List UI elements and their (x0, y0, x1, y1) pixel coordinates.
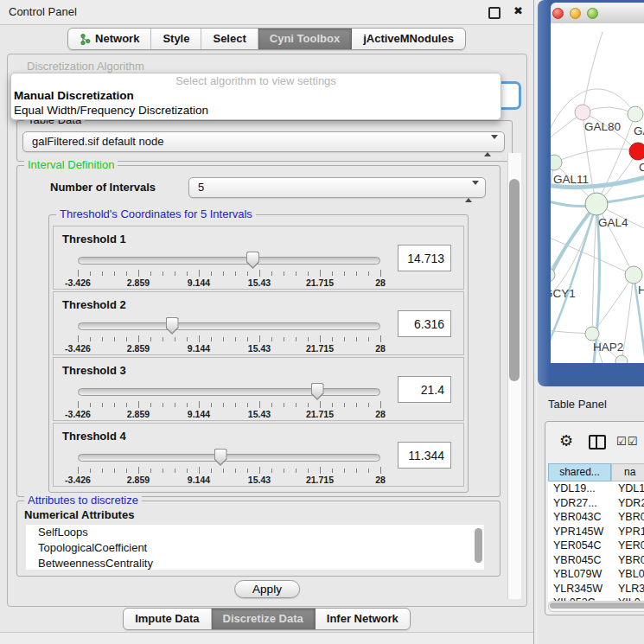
slider-track[interactable] (78, 257, 380, 265)
split-columns-icon[interactable] (589, 435, 606, 450)
tick-mark (211, 337, 212, 341)
column-header-2[interactable]: na (611, 463, 644, 481)
slider-thumb[interactable] (311, 383, 324, 400)
cell-name[interactable]: YBR0 (611, 553, 644, 568)
network-node[interactable] (615, 355, 628, 363)
bottom-tab-impute-data[interactable]: Impute Data (124, 609, 211, 629)
network-node[interactable] (625, 266, 642, 284)
attribute-list-item[interactable]: BetweennessCentrality (26, 556, 484, 570)
tick-mark (199, 401, 200, 408)
zoom-traffic-light-icon[interactable] (587, 8, 598, 19)
threshold-value-field[interactable] (398, 310, 451, 337)
table-header-row: shared...na (548, 463, 644, 481)
panel-scrollbar-thumb[interactable] (509, 179, 520, 381)
cell-name[interactable]: YBR0 (611, 510, 644, 525)
slider-tick-labels: -3.4262.8599.14415.4321.71528 (78, 409, 380, 419)
tick-mark (90, 469, 91, 473)
cell-name[interactable]: YPR1 (611, 525, 644, 539)
algorithm-prompt-option[interactable]: Select algorithm to view settings (11, 73, 501, 88)
slider-track[interactable] (78, 454, 380, 462)
cell-shared-name[interactable]: YPR145W (548, 525, 611, 539)
cell-shared-name[interactable]: YBR043C (548, 510, 611, 525)
tab-network[interactable]: Network (68, 29, 151, 49)
threshold-slider[interactable]: -3.4262.8599.14415.4321.71528 (78, 382, 380, 418)
control-panel-titlebar: Control Panel ✖ (0, 0, 533, 25)
network-node[interactable] (629, 143, 644, 160)
close-icon[interactable]: ✖ (513, 4, 523, 17)
tick-label: -3.426 (65, 409, 91, 419)
close-traffic-light-icon[interactable] (552, 8, 564, 19)
tick-mark (138, 401, 139, 408)
threshold-value-field[interactable] (398, 245, 451, 271)
tab-select[interactable]: Select (201, 29, 258, 49)
table-row[interactable]: YDR27...YDR2 (548, 496, 644, 511)
tab-jactivemnodules[interactable]: jActiveMNodules (352, 29, 465, 49)
tick-mark (114, 403, 115, 407)
discretization-algorithm-label: Discretization Algorithm (27, 60, 144, 73)
table-row[interactable]: YDL19...YDL1 (548, 481, 644, 496)
bottom-tab-infer-network[interactable]: Infer Network (316, 609, 410, 629)
threshold-slider[interactable]: -3.4262.8599.14415.4321.71528 (78, 316, 380, 353)
gear-icon[interactable]: ⚙ (559, 433, 573, 449)
tick-label: 21.715 (306, 409, 334, 419)
tick-mark (114, 469, 115, 473)
checkbox-checked-icons[interactable]: ☑☑ (616, 435, 638, 448)
table-data-combobox[interactable]: galFiltered.sif default node (22, 131, 505, 152)
cell-shared-name[interactable]: YER054C (548, 539, 611, 553)
network-window-titlebar[interactable] (551, 3, 644, 24)
cell-shared-name[interactable]: YDL19... (548, 481, 611, 496)
table-horizontal-scrollbar[interactable] (548, 601, 644, 612)
cell-shared-name[interactable]: YBR045C (548, 553, 611, 568)
slider-ticks (78, 270, 380, 277)
table-row[interactable]: YBL079WYBL0 (548, 567, 644, 582)
cell-name[interactable]: YDL1 (611, 481, 644, 496)
table-row[interactable]: YPR145WYPR1 (548, 525, 644, 539)
threshold-value-field[interactable] (398, 442, 451, 469)
slider-thumb[interactable] (166, 317, 179, 335)
slider-track[interactable] (78, 322, 380, 330)
attributes-scrollbar[interactable] (475, 528, 482, 563)
network-node-label: HAP2 (593, 341, 623, 354)
algorithm-option-manual[interactable]: Manual Discretization (11, 88, 501, 103)
combo-spinner-icon[interactable] (484, 137, 498, 156)
slider-thumb[interactable] (246, 252, 259, 269)
threshold-slider[interactable]: -3.4262.8599.14415.4321.71528 (78, 251, 380, 287)
combo-spinner-icon[interactable] (465, 182, 479, 201)
column-header-1[interactable]: shared... (548, 463, 611, 481)
slider-track[interactable] (78, 388, 380, 396)
cell-shared-name[interactable]: YDR27... (548, 496, 611, 511)
table-row[interactable]: YBR045CYBR0 (548, 553, 644, 568)
network-node[interactable] (585, 327, 599, 341)
network-canvas[interactable]: GAL80GACGAL11GAL4GCY1HHAP2 (551, 23, 644, 363)
network-node[interactable] (585, 193, 608, 215)
network-node[interactable] (628, 106, 643, 122)
number-of-intervals-combobox[interactable]: 5 (188, 177, 486, 198)
network-node[interactable] (575, 105, 590, 120)
threshold-value-field[interactable] (398, 376, 451, 403)
panel-scrollbar[interactable] (507, 153, 521, 599)
cell-shared-name[interactable]: YBL079W (548, 567, 611, 582)
cell-name[interactable]: YDR2 (611, 496, 644, 511)
table-hscroll-thumb[interactable] (550, 603, 644, 609)
cell-name[interactable]: YER0 (611, 539, 644, 553)
table-row[interactable]: YBR043CYBR0 (548, 510, 644, 525)
network-edge (551, 89, 635, 149)
tab-style[interactable]: Style (151, 29, 201, 49)
tick-mark (187, 403, 188, 407)
cell-shared-name[interactable]: YLR345W (548, 582, 611, 596)
slider-thumb[interactable] (214, 449, 227, 466)
cell-name[interactable]: YLR3 (611, 582, 644, 596)
bottom-tab-discretize-data[interactable]: Discretize Data (212, 609, 316, 629)
threshold-slider[interactable]: -3.4262.8599.14415.4321.71528 (78, 448, 380, 484)
minimize-traffic-light-icon[interactable] (570, 8, 581, 19)
table-row[interactable]: YER054CYER0 (548, 539, 644, 553)
algorithm-option-equal-width[interactable]: Equal Width/Frequency Discretization (11, 103, 501, 118)
cell-name[interactable]: YBL0 (611, 567, 644, 582)
attribute-list-item[interactable]: TopologicalCoefficient (26, 540, 484, 556)
apply-button[interactable]: Apply (234, 580, 300, 598)
float-window-icon[interactable] (488, 7, 501, 19)
attribute-list-item[interactable]: SelfLoops (26, 525, 484, 540)
table-row[interactable]: YLR345WYLR3 (548, 582, 644, 596)
network-node[interactable] (551, 155, 562, 170)
tab-cyni-toolbox[interactable]: Cyni Toolbox (258, 29, 352, 49)
